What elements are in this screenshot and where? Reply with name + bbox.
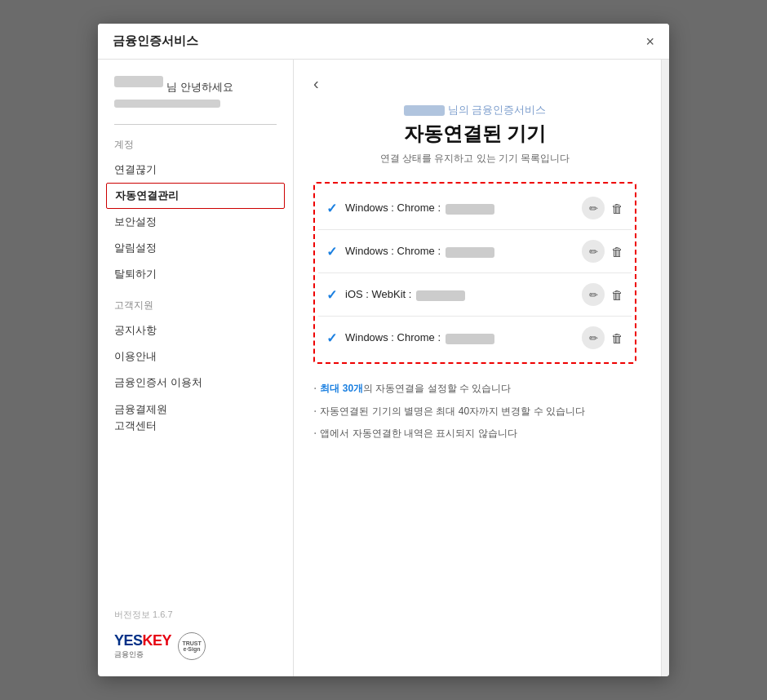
note-item: 최대 30개의 자동연결을 설정할 수 있습니다 (313, 380, 636, 398)
note-highlight: 최대 30개 (320, 383, 363, 394)
sidebar-greeting: 님 안녕하세요 (98, 76, 293, 121)
sidebar-item-notify[interactable]: 알림설정 (98, 235, 293, 261)
close-button[interactable]: × (645, 34, 654, 49)
device-edit-button[interactable]: ✏ (582, 240, 605, 263)
logo-trust: TRUST e·Sign (178, 632, 206, 660)
device-edit-button[interactable]: ✏ (582, 197, 605, 219)
list-item: ✓ iOS : WebKit : ✏ 🗑 (318, 273, 632, 317)
subtitle-suffix: 님의 금융인증서비스 (448, 104, 547, 116)
device-name-blurred (446, 334, 494, 344)
sidebar-item-security[interactable]: 보안설정 (98, 209, 293, 235)
note-item: 앱에서 자동연결한 내역은 표시되지 않습니다 (313, 425, 636, 443)
device-delete-button[interactable]: 🗑 (611, 288, 623, 302)
device-delete-button[interactable]: 🗑 (611, 245, 623, 259)
device-delete-button[interactable]: 🗑 (611, 202, 623, 215)
list-item: ✓ Windows : Chrome : ✏ 🗑 (318, 230, 632, 273)
sidebar-section1-label: 계정 (98, 135, 293, 157)
main-content: ‹ 님의 금융인증서비스 자동연결된 기기 연결 상태를 유지하고 있는 기기 … (294, 60, 661, 676)
device-check-icon: ✓ (326, 287, 337, 303)
list-item: ✓ Windows : Chrome : ✏ 🗑 (318, 317, 632, 359)
note-text: 자동연결된 기기의 별명은 최대 40자까지 변경할 수 있습니다 (320, 403, 585, 421)
sidebar-footer: 버전정보 1.6.7 YESKEY 금융인증 TRUST e·Sign (98, 599, 293, 660)
sidebar-item-auto-connect[interactable]: 자동연결관리 (106, 183, 285, 209)
sidebar-item-cert-usage[interactable]: 금융인증서 이용처 (98, 370, 293, 396)
sidebar-version: 버전정보 1.6.7 (114, 609, 277, 621)
sidebar-item-notice[interactable]: 공지사항 (98, 317, 293, 343)
device-name-blurred (446, 247, 494, 258)
scrollbar-track[interactable] (661, 60, 669, 676)
sidebar-item-disconnect[interactable]: 연결끊기 (98, 157, 293, 183)
modal: 금융인증서비스 × 님 안녕하세요 계정 연결끊기 자동연결관리 보안설정 알림… (98, 24, 669, 676)
device-name-blurred (416, 290, 465, 301)
device-edit-button[interactable]: ✏ (582, 326, 605, 349)
logo-yeskey: YESKEY 금융인증 (114, 632, 171, 660)
device-label: Windows : Chrome : (345, 331, 575, 343)
notes-section: 최대 30개의 자동연결을 설정할 수 있습니다 자동연결된 기기의 별명은 최… (313, 380, 636, 448)
sidebar-item-guide[interactable]: 이용안내 (98, 343, 293, 370)
content-title: 자동연결된 기기 (313, 121, 636, 147)
back-button[interactable]: ‹ (313, 74, 319, 93)
device-check-icon: ✓ (326, 201, 337, 216)
device-list-box: ✓ Windows : Chrome : ✏ 🗑 ✓ Windows : Chr… (313, 182, 636, 364)
note-text: 최대 30개의 자동연결을 설정할 수 있습니다 (320, 380, 511, 398)
device-delete-button[interactable]: 🗑 (611, 331, 623, 345)
sidebar-greeting-suffix: 님 안녕하세요 (166, 81, 233, 93)
note-text: 앱에서 자동연결한 내역은 표시되지 않습니다 (320, 425, 517, 443)
device-name-blurred (446, 204, 494, 215)
device-check-icon: ✓ (326, 244, 337, 259)
list-item: ✓ Windows : Chrome : ✏ 🗑 (318, 187, 632, 230)
sidebar-item-logout[interactable]: 탈퇴하기 (98, 261, 293, 287)
device-label: iOS : WebKit : (345, 288, 575, 300)
device-label: Windows : Chrome : (345, 202, 575, 214)
device-edit-button[interactable]: ✏ (582, 283, 605, 306)
content-header: 님의 금융인증서비스 자동연결된 기기 연결 상태를 유지하고 있는 기기 목록… (313, 103, 636, 166)
modal-title: 금융인증서비스 (113, 33, 198, 49)
sidebar-greeting-name-blurred (114, 76, 163, 87)
sidebar-item-finance-center[interactable]: 금융결제원고객센터 (98, 396, 293, 439)
sidebar-divider (114, 124, 277, 125)
titlebar: 금융인증서비스 × (98, 24, 669, 60)
subtitle-blurred (404, 105, 445, 116)
sidebar-section2-label: 고객지원 (98, 287, 293, 317)
device-label: Windows : Chrome : (345, 245, 575, 257)
sidebar-logo: YESKEY 금융인증 TRUST e·Sign (114, 632, 277, 660)
device-check-icon: ✓ (326, 330, 337, 346)
sidebar: 님 안녕하세요 계정 연결끊기 자동연결관리 보안설정 알림설정 탈퇴하기 고객… (98, 60, 294, 676)
content-desc: 연결 상태를 유지하고 있는 기기 목록입니다 (313, 152, 636, 166)
note-item: 자동연결된 기기의 별명은 최대 40자까지 변경할 수 있습니다 (313, 403, 636, 421)
sidebar-greeting-sub (114, 100, 220, 108)
modal-body: 님 안녕하세요 계정 연결끊기 자동연결관리 보안설정 알림설정 탈퇴하기 고객… (98, 60, 669, 676)
content-subtitle: 님의 금융인증서비스 (313, 103, 636, 117)
